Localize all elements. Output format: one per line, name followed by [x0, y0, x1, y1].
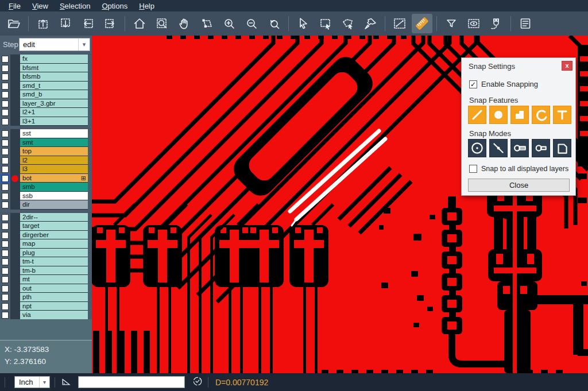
layer-visibility-checkbox[interactable]	[2, 56, 9, 63]
layer-visibility-checkbox[interactable]	[2, 175, 9, 182]
layer-row-via[interactable]: via	[0, 311, 92, 320]
layer-name[interactable]: smb	[20, 183, 88, 192]
menu-view[interactable]: View	[27, 1, 53, 11]
all-layers-row[interactable]: Snap to all displayed layers	[469, 165, 568, 173]
layer-row-ssb[interactable]: ssb	[0, 192, 92, 201]
layer-name[interactable]: bfsmb	[20, 72, 88, 82]
snap-feature-pad-button[interactable]	[489, 106, 508, 124]
zoom-out-button[interactable]	[241, 14, 262, 33]
pan-right-button[interactable]	[100, 14, 121, 33]
layer-name[interactable]: 2dir--	[20, 213, 88, 222]
layer-name[interactable]: sst	[20, 129, 88, 138]
close-button[interactable]: Close	[468, 179, 570, 192]
filter-button[interactable]	[441, 14, 462, 33]
step-select[interactable]: edit ▾	[19, 38, 90, 51]
layer-name[interactable]: bfsmt	[20, 64, 88, 73]
layer-visibility-checkbox[interactable]	[2, 268, 9, 274]
select-polygon-button[interactable]	[338, 14, 358, 33]
menu-help[interactable]: Help	[134, 1, 160, 11]
enable-snapping-row[interactable]: ✓ Enable Snapping	[469, 80, 538, 88]
layer-visibility-checkbox[interactable]	[2, 303, 9, 310]
layer-row-bfsmb[interactable]: bfsmb	[0, 72, 92, 82]
layer-row-npt[interactable]: npt	[0, 302, 92, 311]
layer-name[interactable]: dir	[20, 200, 88, 210]
menu-file[interactable]: File	[3, 1, 26, 11]
layer-visibility-checkbox[interactable]	[2, 166, 9, 173]
layer-visibility-checkbox[interactable]	[2, 193, 9, 200]
menu-options[interactable]: Options	[96, 1, 133, 11]
layer-name[interactable]: bot⊞	[20, 174, 88, 183]
pan-down-button[interactable]	[55, 14, 76, 33]
dialog-close-x-button[interactable]: x	[562, 61, 572, 71]
layer-row-smb[interactable]: smb	[0, 183, 92, 192]
menu-selection[interactable]: Selection	[55, 1, 95, 11]
layer-name[interactable]: via	[20, 311, 88, 320]
layer-name[interactable]: fx	[20, 55, 88, 64]
layer-name[interactable]: l2+1	[20, 108, 88, 117]
apply-check-icon[interactable]	[192, 375, 203, 389]
layer-row-bfsmt[interactable]: bfsmt	[0, 64, 92, 73]
layer-row-bot[interactable]: bot⊞	[0, 174, 92, 183]
report-button[interactable]	[515, 14, 536, 33]
layer-visibility-checkbox[interactable]	[2, 157, 9, 164]
snap-mode-center-button[interactable]	[468, 139, 486, 157]
layer-visibility-checkbox[interactable]	[2, 223, 9, 230]
layer-name[interactable]: npt	[20, 302, 88, 311]
layer-row-smt[interactable]: smt	[0, 138, 92, 148]
snap-mode-midpoint-button[interactable]	[489, 139, 508, 157]
layer-row-plug[interactable]: plug	[0, 249, 92, 258]
layer-name[interactable]: plug	[20, 249, 88, 258]
layer-row-l3[interactable]: l3	[0, 165, 92, 174]
layer-row-2dir--[interactable]: 2dir--	[0, 213, 92, 222]
layer-row-dirgerber[interactable]: dirgerber	[0, 231, 92, 240]
layer-visibility-checkbox[interactable]	[2, 258, 9, 265]
layer-visibility-checkbox[interactable]	[2, 214, 9, 221]
pan-left-button[interactable]	[78, 14, 98, 33]
layer-name[interactable]: ssb	[20, 192, 88, 201]
snap-feature-text-button[interactable]	[553, 106, 571, 124]
snap-feature-arc-button[interactable]	[532, 106, 550, 124]
layer-visibility-checkbox[interactable]	[2, 130, 9, 137]
layer-name[interactable]: layer_3.gbr	[20, 99, 88, 109]
snap-button[interactable]	[486, 14, 506, 33]
layer-row-tm-t[interactable]: tm-t	[0, 257, 92, 266]
layer-row-layer_3.gbr[interactable]: layer_3.gbr	[0, 99, 92, 109]
layer-row-top[interactable]: top	[0, 147, 92, 156]
snap-feature-line-button[interactable]	[468, 106, 486, 124]
measure-button[interactable]	[389, 14, 410, 33]
layer-name[interactable]: smd_b	[20, 90, 88, 99]
layer-visibility-checkbox[interactable]	[2, 148, 9, 155]
layer-visibility-checkbox[interactable]	[2, 118, 9, 125]
layer-visibility-checkbox[interactable]	[2, 65, 9, 72]
layer-name[interactable]: tm-b	[20, 266, 88, 276]
ruler-button[interactable]	[412, 14, 432, 33]
layer-name[interactable]: dirgerber	[20, 231, 88, 240]
unit-select[interactable]: Inch ▾	[14, 376, 50, 388]
pan-up-button[interactable]	[33, 14, 53, 33]
layer-visibility-checkbox[interactable]	[2, 294, 9, 301]
snap-mode-contour-button[interactable]	[553, 139, 571, 157]
snap-feature-surface-button[interactable]	[510, 106, 529, 124]
layer-row-smd_b[interactable]: smd_b	[0, 90, 92, 99]
layer-visibility-checkbox[interactable]	[2, 73, 9, 80]
layer-name[interactable]: pth	[20, 293, 88, 302]
layer-name[interactable]: tm-t	[20, 257, 88, 266]
view-options-button[interactable]	[463, 14, 484, 33]
layer-visibility-checkbox[interactable]	[2, 285, 9, 292]
layer-row-tm-b[interactable]: tm-b	[0, 266, 92, 276]
layer-visibility-checkbox[interactable]	[2, 232, 9, 239]
layer-name[interactable]: l2	[20, 156, 88, 165]
layer-row-l3+1[interactable]: l3+1	[0, 117, 92, 126]
zoom-drag-button[interactable]	[196, 14, 217, 33]
layer-visibility-checkbox[interactable]	[2, 109, 9, 116]
layer-name[interactable]: out	[20, 284, 88, 293]
layer-row-pth[interactable]: pth	[0, 293, 92, 302]
layer-visibility-checkbox[interactable]	[2, 91, 9, 98]
layer-visibility-checkbox[interactable]	[2, 250, 9, 257]
layer-visibility-checkbox[interactable]	[2, 312, 9, 319]
layer-name[interactable]: map	[20, 239, 88, 249]
select-rectangle-button[interactable]	[315, 14, 336, 33]
layer-row-out[interactable]: out	[0, 284, 92, 293]
layer-row-target[interactable]: target	[0, 222, 92, 231]
command-input[interactable]	[78, 376, 185, 388]
